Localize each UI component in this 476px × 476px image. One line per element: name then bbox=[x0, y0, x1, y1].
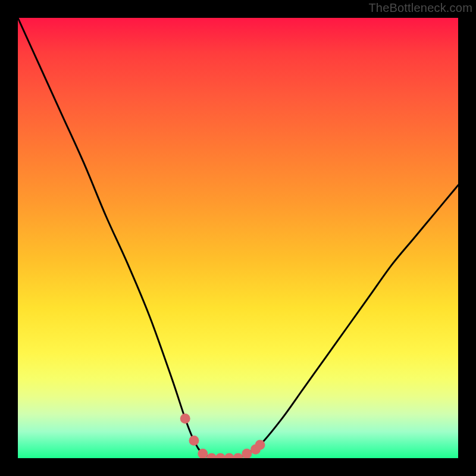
marker-dot bbox=[215, 453, 226, 459]
marker-dot bbox=[189, 436, 199, 446]
marker-dot bbox=[233, 453, 243, 459]
chart-svg bbox=[18, 18, 458, 458]
marker-dot bbox=[242, 449, 252, 458]
highlight-markers bbox=[180, 414, 265, 458]
marker-dot bbox=[180, 414, 190, 424]
marker-dot bbox=[224, 453, 234, 459]
plot-area bbox=[18, 18, 458, 458]
bottleneck-curve bbox=[18, 18, 458, 458]
marker-dot bbox=[255, 440, 265, 450]
watermark-text: TheBottleneck.com bbox=[368, 1, 472, 15]
marker-dot bbox=[206, 453, 217, 459]
chart-stage: TheBottleneck.com bbox=[0, 0, 476, 476]
